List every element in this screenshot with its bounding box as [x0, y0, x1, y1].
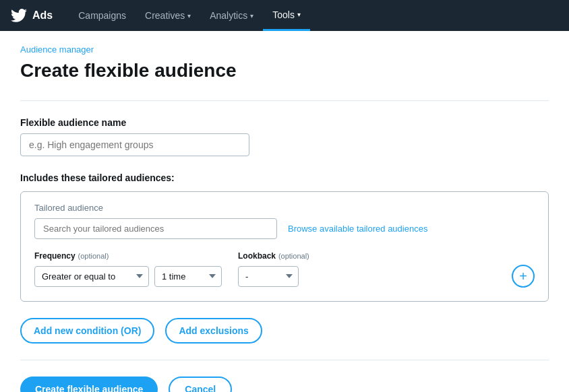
frequency-label: Frequency	[34, 251, 76, 261]
frequency-optional: (optional)	[78, 252, 109, 260]
search-input[interactable]	[34, 218, 277, 239]
page-title: Create flexible audience	[20, 60, 549, 81]
brand-label: Ads	[32, 9, 53, 22]
lookback-select[interactable]: - 30 days 60 days 90 days 180 days 365 d…	[238, 266, 299, 287]
search-row: Browse available tailored audiences	[34, 218, 535, 239]
divider-bottom	[20, 360, 549, 360]
nav-items: Campaigns Creatives ▾ Analytics ▾ Tools …	[69, 0, 310, 31]
bottom-actions: Create flexible audience Cancel	[20, 377, 549, 392]
name-field-group: Flexible audience name	[20, 117, 549, 156]
lookback-optional: (optional)	[278, 252, 309, 260]
selects-row: Greater or equal to Less than Equal to 1…	[34, 265, 535, 288]
tailored-audience-label: Tailored audience	[34, 203, 535, 213]
chevron-down-icon: ▾	[297, 11, 301, 18]
breadcrumb[interactable]: Audience manager	[20, 44, 549, 55]
audience-box: Tailored audience Browse available tailo…	[20, 191, 549, 302]
create-button[interactable]: Create flexible audience	[20, 377, 158, 392]
frequency-select[interactable]: Greater or equal to Less than Equal to	[34, 266, 149, 287]
divider-top	[20, 100, 549, 101]
nav-campaigns[interactable]: Campaigns	[69, 0, 136, 31]
controls-row: Add new condition (OR) Add exclusions	[20, 318, 549, 344]
cancel-button[interactable]: Cancel	[169, 377, 232, 392]
twitter-logo	[11, 7, 27, 24]
page-content: Audience manager Create flexible audienc…	[0, 31, 569, 392]
freq-lookback-section: Frequency (optional) Lookback (optional)…	[34, 250, 535, 288]
lookback-label: Lookback	[238, 251, 276, 261]
name-label: Flexible audience name	[20, 117, 549, 128]
time-select[interactable]: 1 time 2 times 3 times 5 times 10 times	[154, 266, 222, 287]
add-condition-button[interactable]: Add new condition (OR)	[20, 318, 154, 344]
includes-label: Includes these tailored audiences:	[20, 172, 549, 183]
name-input[interactable]	[20, 133, 249, 156]
chevron-down-icon: ▾	[250, 12, 253, 20]
nav-tools[interactable]: Tools ▾	[263, 0, 310, 31]
includes-section: Includes these tailored audiences: Tailo…	[20, 172, 549, 302]
nav-analytics[interactable]: Analytics ▾	[200, 0, 263, 31]
add-row-button[interactable]: +	[512, 265, 535, 288]
nav-creatives[interactable]: Creatives ▾	[136, 0, 200, 31]
add-exclusions-button[interactable]: Add exclusions	[165, 318, 262, 344]
top-nav: Ads Campaigns Creatives ▾ Analytics ▾ To…	[0, 0, 569, 31]
browse-link[interactable]: Browse available tailored audiences	[288, 224, 427, 234]
chevron-down-icon: ▾	[187, 12, 191, 20]
